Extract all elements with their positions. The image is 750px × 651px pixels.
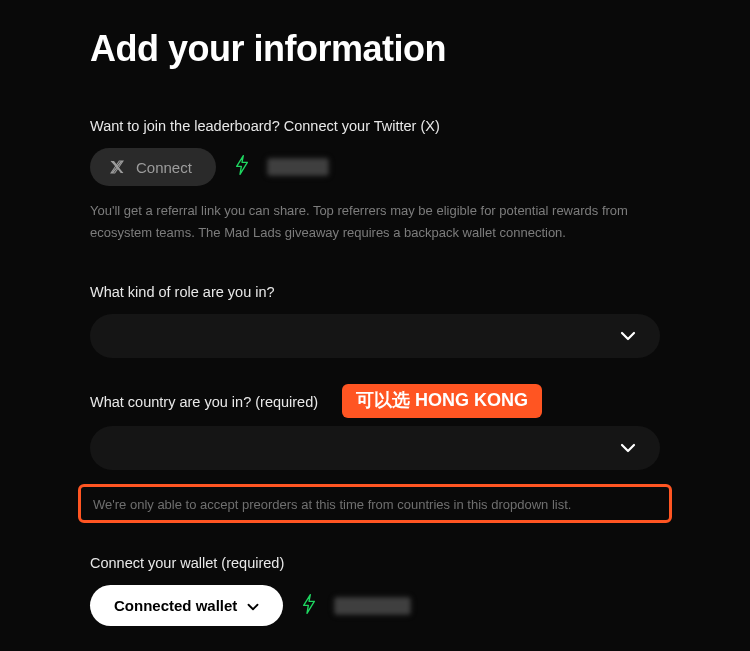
wallet-address-blurred xyxy=(335,598,410,614)
country-dropdown[interactable] xyxy=(90,426,660,470)
country-label: What country are you in? (required) xyxy=(90,394,318,410)
chevron-down-icon xyxy=(620,443,636,453)
twitter-connect-button[interactable]: Connect xyxy=(90,148,216,186)
twitter-connect-label: Connect xyxy=(136,159,192,176)
role-section: What kind of role are you in? xyxy=(90,284,660,358)
twitter-label: Want to join the leaderboard? Connect yo… xyxy=(90,118,660,134)
twitter-section: Want to join the leaderboard? Connect yo… xyxy=(90,118,660,244)
wallet-label: Connect your wallet (required) xyxy=(90,555,660,571)
bolt-icon xyxy=(234,154,250,180)
x-icon xyxy=(108,158,126,176)
country-note: We're only able to accept preorders at t… xyxy=(93,497,657,512)
page-title: Add your information xyxy=(90,28,660,70)
wallet-section: Connect your wallet (required) Connected… xyxy=(90,555,660,626)
country-annotation-badge: 可以选 HONG KONG xyxy=(342,384,542,418)
twitter-handle-blurred xyxy=(268,159,328,175)
role-label: What kind of role are you in? xyxy=(90,284,660,300)
chevron-down-icon xyxy=(247,597,259,614)
twitter-help-text: You'll get a referral link you can share… xyxy=(90,200,660,244)
country-note-highlight: We're only able to accept preorders at t… xyxy=(78,484,672,523)
connected-wallet-label: Connected wallet xyxy=(114,597,237,614)
role-dropdown[interactable] xyxy=(90,314,660,358)
bolt-icon xyxy=(301,593,317,619)
connected-wallet-button[interactable]: Connected wallet xyxy=(90,585,283,626)
chevron-down-icon xyxy=(620,331,636,341)
country-section: What country are you in? (required) 可以选 … xyxy=(90,392,660,523)
